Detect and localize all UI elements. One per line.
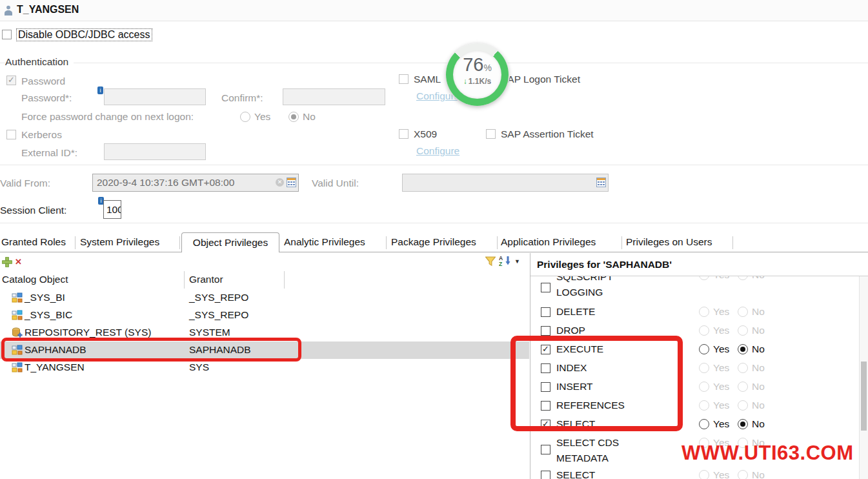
- yes-radio[interactable]: [699, 307, 709, 317]
- scrollbar-thumb[interactable]: [861, 362, 867, 431]
- yes-radio[interactable]: [699, 363, 709, 373]
- tab-privileges-on-users[interactable]: Privileges on Users: [626, 236, 712, 248]
- privilege-row[interactable]: REFERENCES Yes No: [530, 397, 858, 416]
- page-title: T_YANGSEN: [17, 4, 79, 15]
- valid-until-input[interactable]: [402, 174, 609, 192]
- menu-dropdown-icon[interactable]: ▼: [514, 258, 520, 265]
- privilege-row[interactable]: DROP Yes No: [530, 322, 858, 341]
- privilege-checkbox-checked[interactable]: [541, 420, 550, 429]
- catalog-object-cell: REPOSITORY_REST (SYS): [25, 327, 151, 338]
- schema-icon: [12, 362, 23, 373]
- yes-radio[interactable]: [699, 344, 709, 354]
- tab-analytic-privileges[interactable]: Analytic Privileges: [284, 236, 365, 248]
- table-row[interactable]: _SYS_BI _SYS_REPO: [0, 289, 529, 307]
- remove-icon[interactable]: ✕: [15, 257, 22, 267]
- no-label: No: [752, 362, 765, 374]
- calendar-icon[interactable]: [596, 178, 606, 187]
- filter-icon[interactable]: [485, 256, 496, 267]
- no-radio-selected[interactable]: [738, 344, 748, 354]
- calendar-icon[interactable]: [287, 178, 296, 187]
- disable-odbc-checkbox[interactable]: [2, 30, 12, 39]
- column-header-grantor[interactable]: Grantor: [189, 274, 223, 285]
- saml-checkbox[interactable]: [399, 74, 409, 84]
- no-radio[interactable]: [738, 363, 748, 373]
- add-icon[interactable]: [2, 257, 12, 267]
- privilege-checkbox[interactable]: [541, 283, 550, 292]
- privilege-checkbox[interactable]: [541, 382, 550, 392]
- sap-logon-ticket-label: SAP Logon Ticket: [501, 74, 580, 85]
- privilege-label: LOGGING: [556, 287, 603, 298]
- privilege-row[interactable]: EXECUTE Yes No: [530, 341, 858, 360]
- privilege-checkbox[interactable]: [541, 307, 550, 317]
- privilege-row[interactable]: DELETE Yes No: [530, 303, 858, 322]
- no-radio[interactable]: [738, 382, 748, 392]
- tab-package-privileges[interactable]: Package Privileges: [391, 236, 476, 248]
- external-id-label: External ID*:: [21, 147, 77, 159]
- grantor-cell: _SYS_REPO: [189, 309, 248, 321]
- external-id-input[interactable]: [104, 143, 206, 160]
- privilege-checkbox[interactable]: [541, 363, 550, 373]
- scrollbar-track[interactable]: [859, 276, 868, 479]
- privilege-checkbox[interactable]: [541, 326, 550, 336]
- column-divider[interactable]: [284, 271, 285, 289]
- session-client-input[interactable]: 100: [103, 200, 121, 219]
- yes-radio[interactable]: [699, 276, 709, 280]
- sap-assertion-ticket-checkbox[interactable]: [486, 129, 496, 139]
- download-speed: ↓1.1K/s: [446, 77, 509, 86]
- table-row[interactable]: _SYS_BIC _SYS_REPO: [0, 307, 529, 324]
- yes-radio[interactable]: [699, 400, 709, 411]
- password-input[interactable]: [104, 88, 206, 105]
- privilege-row[interactable]: SQLSCRIPT LOGGING Yes No: [530, 276, 858, 297]
- download-progress-widget[interactable]: 76% ↓1.1K/s: [446, 43, 509, 106]
- table-row[interactable]: T_YANGSEN SYS: [0, 359, 529, 376]
- no-radio[interactable]: [738, 276, 748, 280]
- force-yes-radio[interactable]: [240, 112, 250, 122]
- no-label: No: [752, 343, 765, 355]
- yes-radio[interactable]: [699, 382, 709, 392]
- sort-az-icon[interactable]: A Z: [499, 255, 511, 266]
- yes-label: Yes: [713, 400, 729, 411]
- privileges-panel-title: Privileges for 'SAPHANADB': [537, 259, 672, 270]
- sap-assertion-ticket-label: SAP Assertion Ticket: [501, 128, 594, 140]
- tab-object-privileges-label: Object Privileges: [182, 237, 279, 249]
- no-radio[interactable]: [738, 400, 748, 411]
- no-radio[interactable]: [738, 470, 748, 479]
- tab-granted-roles[interactable]: Granted Roles: [1, 236, 66, 248]
- kerberos-checkbox[interactable]: [6, 130, 16, 139]
- yes-radio[interactable]: [699, 419, 709, 429]
- privilege-checkbox[interactable]: [541, 471, 550, 479]
- privilege-row[interactable]: INDEX Yes No: [530, 360, 858, 378]
- no-radio[interactable]: [738, 325, 748, 336]
- column-header-catalog-object[interactable]: Catalog Object: [2, 274, 68, 285]
- tab-system-privileges[interactable]: System Privileges: [80, 236, 159, 248]
- column-divider[interactable]: [184, 271, 185, 289]
- no-radio-selected[interactable]: [738, 419, 748, 429]
- privilege-label: SELECT CDS: [556, 437, 619, 449]
- yes-radio[interactable]: [699, 325, 709, 336]
- no-radio[interactable]: [738, 307, 748, 317]
- tab-application-privileges[interactable]: Application Privileges: [501, 236, 596, 248]
- user-editor-window: T_YANGSEN Disable ODBC/JDBC access Authe…: [0, 0, 868, 479]
- table-row[interactable]: REPOSITORY_REST (SYS) SYSTEM: [0, 324, 529, 341]
- x509-label: X509: [414, 128, 437, 140]
- privilege-checkbox[interactable]: [541, 445, 550, 454]
- yes-label: Yes: [713, 276, 729, 281]
- x509-configure-link[interactable]: Configure: [416, 145, 459, 157]
- valid-from-input[interactable]: 2020-9-4 10:37:16 GMT+08:00 ✕: [92, 174, 299, 192]
- table-row-selected[interactable]: SAPHANADB SAPHANADB: [0, 341, 529, 359]
- privilege-checkbox[interactable]: [541, 401, 550, 411]
- password-field-label: Password*:: [21, 92, 72, 104]
- privilege-row[interactable]: INSERT Yes No: [530, 378, 858, 397]
- tab-object-privileges[interactable]: Object Privileges: [181, 232, 279, 252]
- clear-date-icon[interactable]: ✕: [276, 178, 284, 187]
- tab-separator: [179, 236, 180, 249]
- confirm-input[interactable]: [283, 88, 385, 105]
- privilege-row[interactable]: SELECT Yes No: [530, 467, 858, 479]
- title-bar: T_YANGSEN: [0, 0, 868, 21]
- privilege-checkbox-checked[interactable]: [541, 345, 550, 354]
- force-no-radio[interactable]: [288, 112, 299, 122]
- password-checkbox[interactable]: [6, 76, 16, 85]
- privilege-row[interactable]: SELECT Yes No: [530, 416, 858, 434]
- x509-checkbox[interactable]: [399, 129, 409, 139]
- yes-radio[interactable]: [699, 470, 709, 479]
